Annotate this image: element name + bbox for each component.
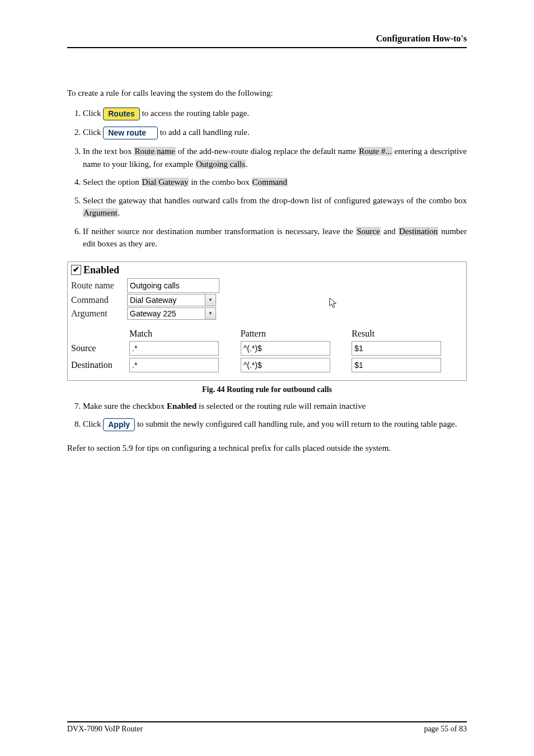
page-footer: DVX-7090 VoIP Router page 55 of 83 (67, 721, 467, 734)
step-3-outgoing: Outgoing calls (195, 160, 246, 169)
command-value: Dial Gateway (128, 296, 205, 305)
step-4-b: in the combo box (189, 178, 251, 186)
step-3: In the text box Route name of the add-ne… (83, 145, 467, 170)
step-5-arg: Argument (83, 208, 118, 217)
step-3-a: In the text box (83, 147, 134, 156)
step-6-a: If neither source nor destination number… (83, 227, 356, 236)
step-6-dest: Destination (399, 227, 438, 236)
row-dest-label: Destination (71, 358, 129, 375)
pattern-table: Match Pattern Result Source Destination (71, 326, 463, 375)
step-3-b: of the add-new-route dialog replace the … (176, 147, 359, 156)
apply-button[interactable]: Apply (103, 418, 135, 431)
step-7-a: Make sure the checkbox (83, 402, 167, 410)
step-3-routename: Route name (134, 147, 175, 156)
step-7-enabled: Enabled (167, 402, 196, 410)
argument-select[interactable]: Gateway 225 ▼ (127, 307, 216, 320)
enabled-checkbox[interactable]: ✔ (71, 265, 81, 275)
step-4: Select the option Dial Gateway in the co… (83, 176, 467, 189)
footer-right: page 55 of 83 (424, 725, 467, 734)
step-6: If neither source nor destination number… (83, 225, 467, 250)
dest-match-input[interactable] (129, 358, 219, 372)
step-5: Select the gateway that handles outward … (83, 194, 467, 220)
new-route-button[interactable]: New route (103, 127, 158, 139)
table-row: Source (71, 341, 463, 358)
step-7-b: is selected or the routing rule will rem… (196, 402, 366, 410)
command-label: Command (71, 294, 127, 306)
col-match: Match (129, 326, 241, 341)
step-8: Click Apply to submit the newly configur… (83, 418, 467, 431)
step-2-text-b: to add a call handling rule. (160, 128, 250, 137)
step-2-text-a: Click (83, 128, 103, 137)
dest-result-input[interactable] (352, 358, 441, 372)
figure-44: ✔ Enabled Route name Command Dial Gatewa… (67, 262, 467, 381)
argument-label: Argument (71, 307, 127, 320)
step-1: Click Routes to access the routing table… (83, 107, 467, 120)
source-result-input[interactable] (352, 341, 441, 356)
figure-caption: Fig. 44 Routing rule for outbound calls (67, 385, 467, 394)
source-pattern-input[interactable] (241, 341, 330, 356)
chevron-down-icon: ▼ (205, 295, 216, 306)
source-match-input[interactable] (129, 341, 219, 356)
table-row: Destination (71, 358, 463, 375)
step-3-d: . (246, 160, 248, 169)
step-4-dial: Dial Gateway (142, 178, 189, 186)
header-rule (67, 47, 467, 48)
command-select[interactable]: Dial Gateway ▼ (127, 294, 216, 306)
step-3-routenum: Route #... (358, 147, 392, 156)
row-source-label: Source (71, 341, 129, 358)
step-8-a: Click (83, 419, 103, 428)
enabled-label: Enabled (83, 264, 119, 276)
step-4-a: Select the option (83, 178, 142, 186)
route-name-input[interactable] (127, 278, 219, 293)
dest-pattern-input[interactable] (241, 358, 330, 372)
intro-text: To create a rule for calls leaving the s… (67, 87, 467, 99)
step-1-text-a: Click (83, 109, 103, 118)
closing-text: Refer to section 5.9 for tips on configu… (67, 442, 467, 454)
step-1-text-b: to access the routing table page. (142, 109, 249, 118)
page-header: Configuration How-to's (67, 34, 467, 47)
route-name-label: Route name (71, 279, 127, 292)
step-6-src: Source (356, 227, 381, 236)
steps-list-cont: Make sure the checkbox Enabled is select… (67, 400, 467, 432)
col-pattern: Pattern (241, 326, 352, 341)
routes-button[interactable]: Routes (103, 108, 139, 120)
argument-value: Gateway 225 (128, 309, 205, 318)
footer-rule (67, 721, 467, 722)
step-8-b: to submit the newly configured call hand… (137, 419, 457, 428)
step-6-b: and (381, 227, 399, 236)
step-4-cmd: Command (252, 178, 288, 186)
col-result: Result (352, 326, 463, 341)
step-7: Make sure the checkbox Enabled is select… (83, 400, 467, 413)
steps-list: Click Routes to access the routing table… (67, 107, 467, 250)
footer-left: DVX-7090 VoIP Router (67, 725, 143, 734)
chevron-down-icon: ▼ (205, 308, 216, 319)
step-5-a: Select the gateway that handles outward … (83, 196, 467, 205)
step-5-b: . (118, 208, 120, 217)
step-2: Click New route to add a call handling r… (83, 126, 467, 139)
